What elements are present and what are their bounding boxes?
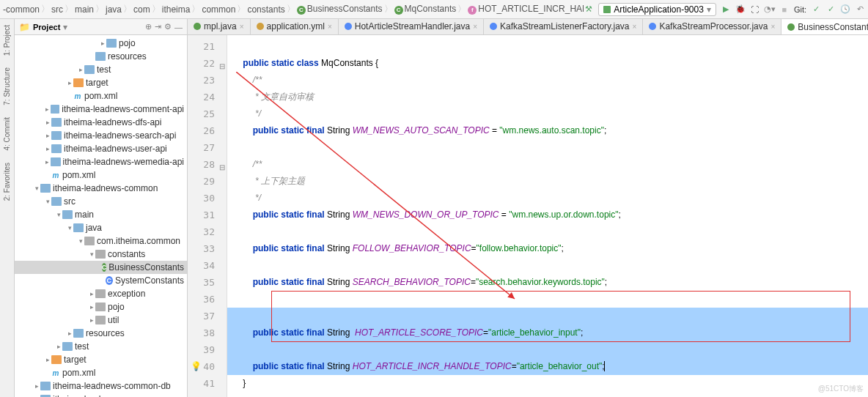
profile-icon[interactable]: ◔▾	[765, 4, 775, 15]
code-line[interactable]: public static final String HOT_ARTICLE_S…	[227, 324, 868, 341]
tree-node[interactable]: ▸itheima-leadnews-comment-api	[15, 103, 187, 116]
tree-node[interactable]: ▾constants	[15, 248, 187, 261]
editor-tab[interactable]: BusinessConstants.java×	[781, 19, 868, 35]
tree-node[interactable]: ▾src	[15, 195, 187, 208]
tree-node[interactable]: ▾com.itheima.common	[15, 234, 187, 248]
breadcrumb-item[interactable]: CBusinessConstants	[297, 4, 383, 15]
editor-tab[interactable]: KafkaStreamProcessor.java×	[643, 19, 781, 34]
tree-node[interactable]: ▾itheima-leadnews-common	[15, 182, 187, 195]
close-tab-icon[interactable]: ×	[473, 23, 477, 31]
code-line[interactable]: public static final String WM_NEWS_DOWN_…	[227, 207, 868, 223]
line-number[interactable]: 38	[188, 324, 227, 341]
tree-node[interactable]: mpom.xml	[15, 366, 187, 379]
intention-bulb-icon[interactable]: 💡	[191, 358, 201, 368]
line-number[interactable]: 22⊟	[188, 55, 227, 72]
revert-icon[interactable]: ↶	[855, 4, 865, 15]
editor-tab[interactable]: KafkaStreamListenerFactory.java×	[484, 19, 643, 34]
line-number[interactable]: 21	[188, 38, 227, 55]
code-line[interactable]: public static final String SEARCH_BEHAVI…	[227, 274, 868, 291]
hammer-icon[interactable]: ⚒	[584, 4, 594, 15]
tree-node[interactable]: ▸target	[15, 76, 187, 89]
line-number[interactable]: 29	[188, 173, 227, 190]
code-line[interactable]: public static final String WM_NEWS_AUTO_…	[227, 122, 868, 139]
select-open-icon[interactable]: ⊕	[145, 22, 152, 31]
tree-node[interactable]: ▸itheima-leadnews-user-api	[15, 142, 187, 155]
line-number[interactable]: 42	[188, 392, 227, 397]
tree-node[interactable]: resources	[15, 50, 187, 63]
tool-window-button[interactable]: 7: Structure	[1, 64, 12, 108]
code-line[interactable]	[227, 291, 868, 308]
breadcrumb-item[interactable]: main	[75, 4, 94, 15]
history-icon[interactable]: 🕓	[840, 4, 850, 15]
tool-window-button[interactable]: 1: Project	[1, 22, 12, 59]
line-number[interactable]: 27	[188, 139, 227, 156]
hide-icon[interactable]: —	[174, 23, 183, 31]
tree-node[interactable]: ▸test	[15, 63, 187, 76]
close-tab-icon[interactable]: ×	[328, 23, 332, 31]
tree-node[interactable]: CBusinessConstants	[15, 261, 187, 274]
tree-node[interactable]: ▸itheima-leadnews-common-db	[15, 379, 187, 393]
tree-node[interactable]: ▸itheima-leadnews-core	[15, 393, 187, 397]
close-tab-icon[interactable]: ×	[240, 23, 244, 31]
editor-tab[interactable]: HotArticleStreamHandler.java×	[339, 19, 484, 34]
line-number[interactable]: 25	[188, 105, 227, 122]
play-icon[interactable]: ▶	[721, 4, 731, 15]
code-line[interactable]	[227, 308, 868, 324]
breadcrumb-item[interactable]: fHOT_ARTICLE_INCR_HANDLE_TOPIC	[468, 4, 584, 15]
line-number[interactable]: 28⊟	[188, 156, 227, 173]
line-number[interactable]: 31	[188, 207, 227, 223]
breadcrumb-item[interactable]: CMqConstants	[394, 4, 457, 15]
line-number[interactable]: 36	[188, 291, 227, 308]
breadcrumb-item[interactable]: src	[51, 4, 63, 15]
line-number[interactable]: 30	[188, 190, 227, 207]
tree-node[interactable]: ▸exception	[15, 287, 187, 300]
tool-window-button[interactable]: 2: Favorites	[1, 160, 12, 204]
breadcrumb-item[interactable]: common	[202, 4, 235, 15]
code-line[interactable]: * 上下架主题	[227, 173, 868, 190]
code-line[interactable]: /**	[227, 156, 868, 173]
tree-node[interactable]: mpom.xml	[15, 89, 187, 103]
line-number[interactable]: 35	[188, 274, 227, 291]
tree-node[interactable]: ▸util	[15, 313, 187, 327]
settings-icon[interactable]: ⚙	[164, 22, 172, 31]
line-number[interactable]: 23	[188, 72, 227, 89]
editor-tab[interactable]: mpl.java×	[188, 19, 251, 34]
tree-node[interactable]: mpom.xml	[15, 168, 187, 182]
tool-window-button[interactable]: 4: Commit	[1, 114, 12, 154]
line-number[interactable]: 40💡	[188, 358, 227, 375]
code-line[interactable]: */	[227, 190, 868, 207]
tree-node[interactable]: CSystemConstants	[15, 274, 187, 287]
line-number[interactable]: 32	[188, 223, 227, 240]
tree-node[interactable]: ▸itheima-leadnews-search-api	[15, 129, 187, 142]
code-line[interactable]	[227, 392, 868, 397]
code-line[interactable]	[227, 139, 868, 156]
line-number[interactable]: 33	[188, 240, 227, 257]
breadcrumb-item[interactable]: com	[133, 4, 150, 15]
tree-node[interactable]: ▸resources	[15, 327, 187, 340]
coverage-icon[interactable]: ⛶	[750, 4, 760, 15]
tree-node[interactable]: ▸test	[15, 340, 187, 353]
breadcrumb-item[interactable]: -common	[3, 4, 40, 15]
tree-node[interactable]: ▸itheima-leadnews-dfs-api	[15, 116, 187, 129]
run-config-selector[interactable]: ArticleApplication-9003 ▾	[598, 3, 716, 16]
tree-node[interactable]: ▸target	[15, 353, 187, 366]
tree-node[interactable]: ▸pojo	[15, 300, 187, 313]
code-line[interactable]	[227, 223, 868, 240]
tree-node[interactable]: ▸pojo	[15, 37, 187, 50]
code-line[interactable]	[227, 38, 868, 55]
code[interactable]: public static class MqConstants { /** * …	[227, 35, 868, 397]
tree-node[interactable]: ▾java	[15, 221, 187, 234]
debug-icon[interactable]: 🐞	[735, 4, 746, 15]
breadcrumb-item[interactable]: java	[106, 4, 122, 15]
code-line[interactable]: }	[227, 375, 868, 392]
line-number[interactable]: 41	[188, 375, 227, 392]
git-commit-icon[interactable]: ✓	[825, 4, 836, 15]
line-number[interactable]: 37	[188, 308, 227, 324]
line-number[interactable]: 24	[188, 89, 227, 105]
code-line[interactable]: */	[227, 105, 868, 122]
stop-icon[interactable]: ■	[779, 4, 790, 15]
line-number[interactable]: 34	[188, 257, 227, 274]
line-number[interactable]: 39	[188, 341, 227, 358]
tree-node[interactable]: ▾main	[15, 208, 187, 221]
breadcrumb-item[interactable]: constants	[247, 4, 284, 15]
